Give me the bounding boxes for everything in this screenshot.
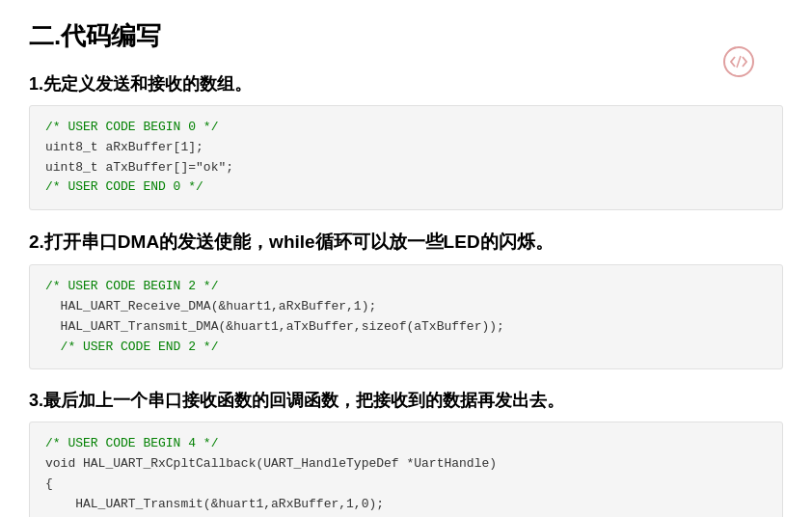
page-title: 二.代码编写 (29, 19, 783, 53)
code-block-3: /* USER CODE BEGIN 4 */ void HAL_UART_Rx… (29, 422, 783, 517)
section-3: 3.最后加上一个串口接收函数的回调函数，把接收到的数据再发出去。 /* USER… (29, 389, 783, 517)
section-1: 1.先定义发送和接收的数组。 /* USER CODE BEGIN 0 */ u… (29, 72, 783, 210)
code-block-2: /* USER CODE BEGIN 2 */ HAL_UART_Receive… (29, 264, 783, 369)
code-line: /* USER CODE BEGIN 2 */ (45, 279, 218, 293)
svg-line-0 (737, 56, 741, 68)
code-line: HAL_UART_Transmit_DMA(&huart1,aTxBuffer,… (45, 319, 504, 334)
code-line: void HAL_UART_RxCpltCallback(UART_Handle… (45, 456, 497, 471)
code-line: { (45, 476, 53, 491)
code-block-1: /* USER CODE BEGIN 0 */ uint8_t aRxBuffe… (29, 105, 783, 210)
code-line: HAL_UART_Transmit(&huart1,aRxBuffer,1,0)… (45, 497, 384, 511)
section-2: 2.打开串口DMA的发送使能，while循环可以放一些LED的闪烁。 /* US… (29, 230, 783, 369)
code-line: /* USER CODE BEGIN 4 */ (45, 436, 218, 450)
section-2-title: 2.打开串口DMA的发送使能，while循环可以放一些LED的闪烁。 (29, 230, 783, 255)
section-1-title: 1.先定义发送和接收的数组。 (29, 72, 783, 95)
code-line: /* USER CODE END 0 */ (45, 179, 203, 194)
section-3-title: 3.最后加上一个串口接收函数的回调函数，把接收到的数据再发出去。 (29, 389, 783, 412)
code-line: HAL_UART_Receive_DMA(&huart1,aRxBuffer,1… (45, 299, 376, 313)
code-line: /* USER CODE BEGIN 0 */ (45, 120, 218, 134)
code-line: uint8_t aRxBuffer[1]; (45, 140, 203, 154)
code-line: /* USER CODE END 2 */ (45, 340, 218, 354)
code-icon (723, 46, 754, 77)
code-line: uint8_t aTxBuffer[]="ok"; (45, 160, 233, 175)
